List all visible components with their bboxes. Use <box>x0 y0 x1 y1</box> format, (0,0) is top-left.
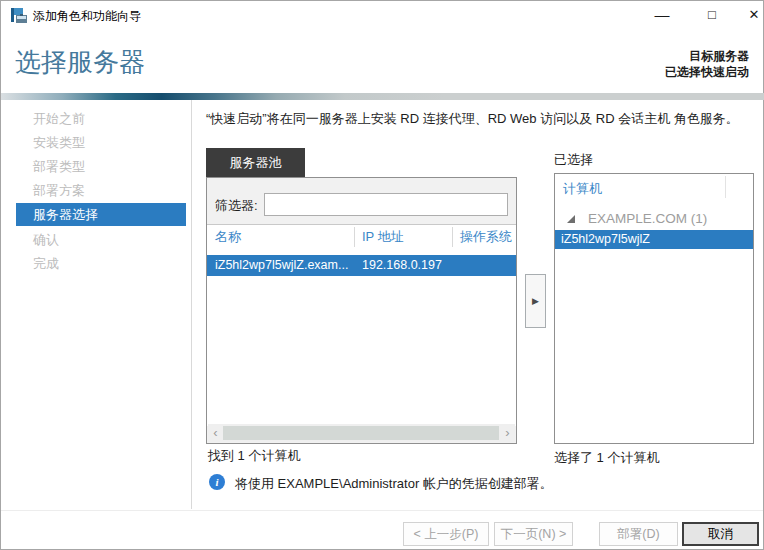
wizard-steps-sidebar: 开始之前 安装类型 部署类型 部署方案 服务器选择 确认 完成 <box>1 100 192 509</box>
tab-server-pool[interactable]: 服务器池 <box>206 148 305 177</box>
add-server-button[interactable]: ▶ <box>525 274 546 328</box>
sidebar-item-deploy-scenario[interactable]: 部署方案 <box>1 179 191 202</box>
selected-panel-title: 已选择 <box>554 151 593 169</box>
header-divider-bar <box>1 93 764 100</box>
scroll-left-icon[interactable]: ‹ <box>208 424 223 442</box>
deploy-button[interactable]: 部署(D) <box>599 522 678 546</box>
horizontal-scrollbar[interactable]: ‹ › <box>208 424 515 442</box>
selected-computers-panel: 计算机 EXAMPLE.COM (1) iZ5hl2wp7l5wjlZ <box>554 173 754 444</box>
server-name-cell: iZ5hl2wp7l5wjlZ.exam... <box>215 255 348 276</box>
tree-collapse-icon[interactable] <box>567 215 575 223</box>
server-pool-table: 名称 IP 地址 操作系统 iZ5hl2wp7l5wjlZ.exam... 19… <box>207 224 516 426</box>
sidebar-item-install-type[interactable]: 安装类型 <box>1 131 191 154</box>
sidebar-item-results[interactable]: 完成 <box>1 252 191 275</box>
titlebar: 添加角色和功能向导 — □ ✕ <box>1 1 763 31</box>
previous-button[interactable]: < 上一步(P) <box>403 522 489 546</box>
found-count-text: 找到 1 个计算机 <box>208 447 300 465</box>
sidebar-item-confirmation[interactable]: 确认 <box>1 228 191 251</box>
page-description: “快速启动”将在同一服务器上安装 RD 连接代理、RD Web 访问以及 RD … <box>206 109 754 128</box>
filter-input[interactable] <box>264 193 508 216</box>
tree-group-label: EXAMPLE.COM (1) <box>588 211 707 226</box>
sidebar-item-server-selection[interactable]: 服务器选择 <box>16 203 186 226</box>
tree-group-domain[interactable]: EXAMPLE.COM (1) <box>555 210 753 230</box>
server-ip-cell: 192.168.0.197 <box>362 255 442 276</box>
close-icon[interactable]: ✕ <box>737 1 764 31</box>
target-server-info: 目标服务器 已选择快速启动 <box>665 48 749 80</box>
sidebar-item-before-begin[interactable]: 开始之前 <box>1 107 191 130</box>
maximize-icon[interactable]: □ <box>695 1 729 31</box>
page-title: 选择服务器 <box>15 45 145 80</box>
column-separator <box>725 176 726 198</box>
wizard-window: 添加角色和功能向导 — □ ✕ 选择服务器 目标服务器 已选择快速启动 开始之前… <box>0 0 764 550</box>
window-title: 添加角色和功能向导 <box>33 1 141 31</box>
target-server-label: 目标服务器 <box>665 48 749 64</box>
target-server-value: 已选择快速启动 <box>665 64 749 80</box>
column-separator <box>452 227 453 247</box>
wizard-flag-icon <box>10 7 28 25</box>
table-row-server[interactable]: iZ5hl2wp7l5wjlZ.exam... 192.168.0.197 <box>207 255 516 276</box>
cancel-button[interactable]: 取消 <box>682 522 759 546</box>
column-header-name[interactable]: 名称 <box>215 225 241 249</box>
info-icon: i <box>209 474 225 490</box>
column-separator <box>354 227 355 247</box>
column-header-ip[interactable]: IP 地址 <box>362 225 404 249</box>
tree-item-selected-server[interactable]: iZ5hl2wp7l5wjlZ <box>555 230 753 249</box>
computer-column-header[interactable]: 计算机 <box>563 180 602 198</box>
scroll-right-icon[interactable]: › <box>500 424 515 442</box>
server-pool-panel: 筛选器: 名称 IP 地址 操作系统 iZ5hl2wp7l5wjlZ.exam.… <box>206 177 517 444</box>
minimize-icon[interactable]: — <box>645 1 679 31</box>
selected-count-text: 选择了 1 个计算机 <box>554 449 659 467</box>
info-message-text: 将使用 EXAMPLE\Administrator 帐户的凭据创建部署。 <box>235 475 553 493</box>
next-button[interactable]: 下一页(N) > <box>494 522 573 546</box>
column-header-os[interactable]: 操作系统 <box>460 225 512 249</box>
sidebar-item-deploy-type[interactable]: 部署类型 <box>1 155 191 178</box>
right-arrow-icon: ▶ <box>532 296 539 306</box>
filter-label: 筛选器: <box>215 197 258 215</box>
footer-divider <box>1 510 763 511</box>
scrollbar-thumb[interactable] <box>223 426 499 440</box>
